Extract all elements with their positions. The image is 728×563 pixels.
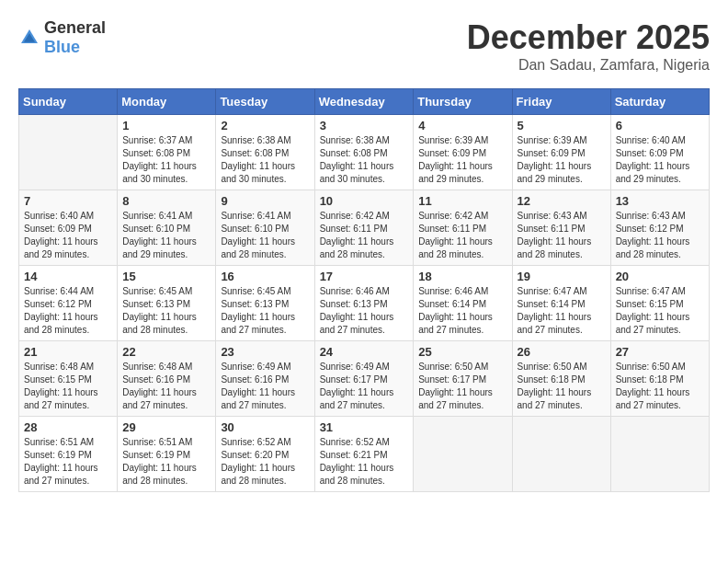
calendar-cell: 8Sunrise: 6:41 AM Sunset: 6:10 PM Daylig… (118, 190, 216, 266)
location-text: Dan Sadau, Zamfara, Nigeria (467, 57, 710, 74)
weekday-header: Monday (118, 89, 216, 115)
calendar-cell: 5Sunrise: 6:39 AM Sunset: 6:09 PM Daylig… (512, 115, 610, 190)
day-number: 28 (24, 420, 112, 434)
day-info: Sunrise: 6:40 AM Sunset: 6:09 PM Dayligh… (24, 210, 112, 261)
calendar-cell (414, 417, 512, 492)
calendar-cell: 11Sunrise: 6:42 AM Sunset: 6:11 PM Dayli… (414, 190, 512, 266)
day-number: 25 (418, 345, 506, 359)
calendar-cell: 29Sunrise: 6:51 AM Sunset: 6:19 PM Dayli… (118, 417, 216, 492)
day-info: Sunrise: 6:45 AM Sunset: 6:13 PM Dayligh… (122, 285, 210, 337)
calendar-cell: 23Sunrise: 6:49 AM Sunset: 6:16 PM Dayli… (216, 341, 314, 417)
day-info: Sunrise: 6:38 AM Sunset: 6:08 PM Dayligh… (221, 134, 309, 186)
calendar-week-row: 7Sunrise: 6:40 AM Sunset: 6:09 PM Daylig… (19, 190, 710, 266)
day-number: 21 (24, 345, 112, 359)
day-info: Sunrise: 6:43 AM Sunset: 6:12 PM Dayligh… (616, 210, 704, 261)
day-number: 2 (221, 119, 309, 132)
day-number: 15 (122, 270, 210, 283)
day-number: 31 (320, 420, 409, 434)
day-info: Sunrise: 6:45 AM Sunset: 6:13 PM Dayligh… (221, 285, 309, 337)
calendar-cell: 18Sunrise: 6:46 AM Sunset: 6:14 PM Dayli… (414, 266, 512, 341)
calendar-cell: 4Sunrise: 6:39 AM Sunset: 6:09 PM Daylig… (414, 115, 512, 190)
day-info: Sunrise: 6:50 AM Sunset: 6:17 PM Dayligh… (418, 361, 506, 412)
day-number: 17 (320, 270, 409, 283)
day-info: Sunrise: 6:44 AM Sunset: 6:12 PM Dayligh… (24, 285, 112, 337)
day-number: 18 (418, 270, 506, 283)
calendar-cell: 17Sunrise: 6:46 AM Sunset: 6:13 PM Dayli… (314, 266, 414, 341)
logo-blue-text: Blue (44, 38, 80, 56)
calendar-header-row: SundayMondayTuesdayWednesdayThursdayFrid… (19, 89, 710, 115)
logo-icon (18, 27, 40, 49)
day-number: 6 (616, 119, 704, 132)
calendar-week-row: 21Sunrise: 6:48 AM Sunset: 6:15 PM Dayli… (19, 341, 710, 417)
calendar-cell: 20Sunrise: 6:47 AM Sunset: 6:15 PM Dayli… (610, 266, 709, 341)
calendar-cell (512, 417, 610, 492)
calendar-cell: 27Sunrise: 6:50 AM Sunset: 6:18 PM Dayli… (610, 341, 709, 417)
calendar-cell: 10Sunrise: 6:42 AM Sunset: 6:11 PM Dayli… (314, 190, 414, 266)
calendar-cell: 30Sunrise: 6:52 AM Sunset: 6:20 PM Dayli… (216, 417, 314, 492)
day-info: Sunrise: 6:41 AM Sunset: 6:10 PM Dayligh… (221, 210, 309, 261)
day-number: 13 (616, 194, 704, 208)
calendar-cell: 3Sunrise: 6:38 AM Sunset: 6:08 PM Daylig… (314, 115, 414, 190)
calendar-week-row: 14Sunrise: 6:44 AM Sunset: 6:12 PM Dayli… (19, 266, 710, 341)
calendar-cell: 13Sunrise: 6:43 AM Sunset: 6:12 PM Dayli… (610, 190, 709, 266)
calendar-cell: 21Sunrise: 6:48 AM Sunset: 6:15 PM Dayli… (19, 341, 118, 417)
day-number: 23 (221, 345, 309, 359)
day-info: Sunrise: 6:52 AM Sunset: 6:21 PM Dayligh… (320, 436, 409, 488)
weekday-header: Sunday (19, 89, 118, 115)
header: General Blue December 2025 Dan Sadau, Za… (18, 18, 710, 74)
title-area: December 2025 Dan Sadau, Zamfara, Nigeri… (467, 18, 710, 74)
calendar-cell: 16Sunrise: 6:45 AM Sunset: 6:13 PM Dayli… (216, 266, 314, 341)
day-number: 19 (518, 270, 606, 283)
day-number: 7 (24, 194, 112, 208)
logo-general-text: General (44, 18, 106, 37)
day-info: Sunrise: 6:39 AM Sunset: 6:09 PM Dayligh… (518, 134, 606, 186)
weekday-header: Friday (512, 89, 610, 115)
day-number: 1 (122, 119, 210, 132)
day-number: 8 (122, 194, 210, 208)
day-number: 14 (24, 270, 112, 283)
day-number: 24 (320, 345, 409, 359)
calendar-week-row: 1Sunrise: 6:37 AM Sunset: 6:08 PM Daylig… (19, 115, 710, 190)
weekday-header: Wednesday (314, 89, 414, 115)
day-info: Sunrise: 6:51 AM Sunset: 6:19 PM Dayligh… (24, 436, 112, 488)
day-info: Sunrise: 6:37 AM Sunset: 6:08 PM Dayligh… (122, 134, 210, 186)
day-number: 10 (320, 194, 409, 208)
day-info: Sunrise: 6:42 AM Sunset: 6:11 PM Dayligh… (320, 210, 409, 261)
day-number: 22 (122, 345, 210, 359)
day-info: Sunrise: 6:49 AM Sunset: 6:17 PM Dayligh… (320, 361, 409, 412)
calendar-cell: 1Sunrise: 6:37 AM Sunset: 6:08 PM Daylig… (118, 115, 216, 190)
month-title: December 2025 (467, 18, 710, 57)
day-info: Sunrise: 6:38 AM Sunset: 6:08 PM Dayligh… (320, 134, 409, 186)
day-info: Sunrise: 6:50 AM Sunset: 6:18 PM Dayligh… (616, 361, 704, 412)
calendar-table: SundayMondayTuesdayWednesdayThursdayFrid… (18, 88, 710, 492)
calendar-cell: 7Sunrise: 6:40 AM Sunset: 6:09 PM Daylig… (19, 190, 118, 266)
calendar-cell: 15Sunrise: 6:45 AM Sunset: 6:13 PM Dayli… (118, 266, 216, 341)
day-info: Sunrise: 6:40 AM Sunset: 6:09 PM Dayligh… (616, 134, 704, 186)
day-info: Sunrise: 6:46 AM Sunset: 6:13 PM Dayligh… (320, 285, 409, 337)
day-number: 11 (418, 194, 506, 208)
day-number: 27 (616, 345, 704, 359)
day-number: 9 (221, 194, 309, 208)
day-info: Sunrise: 6:47 AM Sunset: 6:15 PM Dayligh… (616, 285, 704, 337)
calendar-cell: 14Sunrise: 6:44 AM Sunset: 6:12 PM Dayli… (19, 266, 118, 341)
day-info: Sunrise: 6:48 AM Sunset: 6:16 PM Dayligh… (122, 361, 210, 412)
day-number: 26 (518, 345, 606, 359)
calendar-cell: 26Sunrise: 6:50 AM Sunset: 6:18 PM Dayli… (512, 341, 610, 417)
day-info: Sunrise: 6:52 AM Sunset: 6:20 PM Dayligh… (221, 436, 309, 488)
calendar-cell: 28Sunrise: 6:51 AM Sunset: 6:19 PM Dayli… (19, 417, 118, 492)
day-number: 4 (418, 119, 506, 132)
calendar-cell: 2Sunrise: 6:38 AM Sunset: 6:08 PM Daylig… (216, 115, 314, 190)
day-info: Sunrise: 6:48 AM Sunset: 6:15 PM Dayligh… (24, 361, 112, 412)
day-info: Sunrise: 6:39 AM Sunset: 6:09 PM Dayligh… (418, 134, 506, 186)
day-number: 29 (122, 420, 210, 434)
calendar-week-row: 28Sunrise: 6:51 AM Sunset: 6:19 PM Dayli… (19, 417, 710, 492)
day-info: Sunrise: 6:42 AM Sunset: 6:11 PM Dayligh… (418, 210, 506, 261)
calendar-cell: 12Sunrise: 6:43 AM Sunset: 6:11 PM Dayli… (512, 190, 610, 266)
day-number: 5 (518, 119, 606, 132)
calendar-cell: 31Sunrise: 6:52 AM Sunset: 6:21 PM Dayli… (314, 417, 414, 492)
day-info: Sunrise: 6:50 AM Sunset: 6:18 PM Dayligh… (518, 361, 606, 412)
calendar-cell (19, 115, 118, 190)
logo: General Blue (18, 18, 106, 57)
weekday-header: Tuesday (216, 89, 314, 115)
day-info: Sunrise: 6:41 AM Sunset: 6:10 PM Dayligh… (122, 210, 210, 261)
